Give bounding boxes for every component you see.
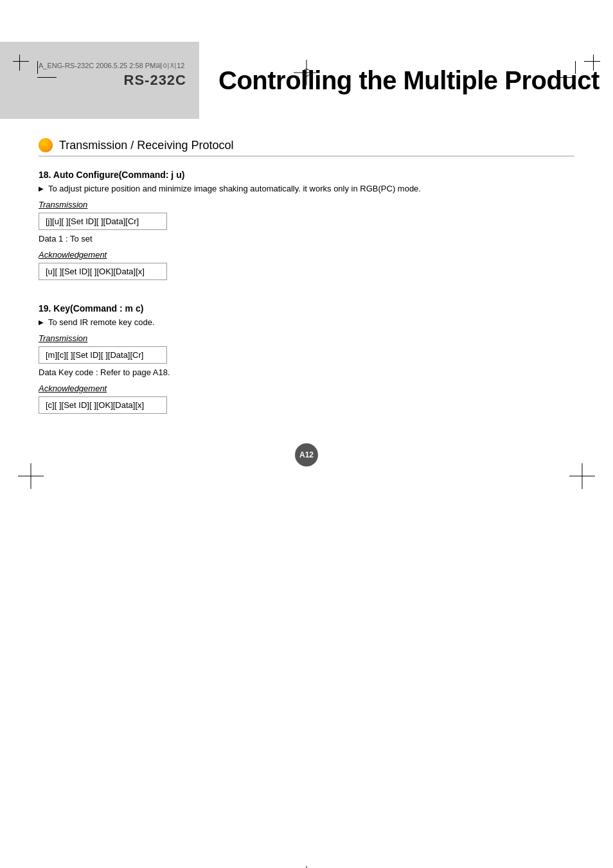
transmission-label-18: Transmission [39,200,574,209]
corner-line-tl [37,77,57,78]
content-area: Transmission / Receiving Protocol 18. Au… [0,119,613,505]
data-note-18: Data 1 : To set [39,234,574,244]
command-19-title: 19. Key(Command : m c) [39,303,574,314]
crop-mark-tl-v [19,55,20,71]
data-note-19: Data Key code : Refer to page A18. [39,368,574,377]
transmission-code-19: [m][c][ ][Set ID][ ][Data][Cr] [39,346,167,364]
reg-cross-left [18,463,44,489]
section-icon [39,138,53,152]
page-number-area: A12 [39,443,574,466]
section-header: Transmission / Receiving Protocol [39,138,574,157]
reg-cross-top [294,60,319,85]
acknowledgement-label-18: Acknowledgement [39,250,574,260]
transmission-label-19: Transmission [39,333,574,343]
header-gray-panel: RS-232C [0,42,199,119]
command-19-desc: To send IR remote key code. [39,317,574,327]
file-info: A_ENG-RS-232C 2006.5.25 2:58 PM페이지12 [39,61,184,71]
acknowledgement-code-19: [c][ ][Set ID][ ][OK][Data][x] [39,396,167,414]
crop-mark-tr-v [593,55,594,71]
reg-cross-right [569,463,595,489]
acknowledgement-code-18: [u][ ][Set ID][ ][OK][Data][x] [39,263,167,280]
transmission-code-18: [j][u][ ][Set ID][ ][Data][Cr] [39,213,167,230]
corner-line-tl-v [37,61,38,74]
command-section-18: 18. Auto Configure(Command: j u) To adju… [39,170,574,284]
page-wrapper: A_ENG-RS-232C 2006.5.25 2:58 PM페이지12 RS-… [0,42,613,868]
corner-line-tr [556,77,576,78]
crop-mark-tr-h [584,61,600,62]
crop-mark-tl-h [13,61,29,62]
command-18-title: 18. Auto Configure(Command: j u) [39,170,574,180]
command-18-desc: To adjust picture position and minimize … [39,184,574,193]
acknowledgement-label-19: Acknowledgement [39,384,574,393]
page-number: A12 [295,443,318,466]
rs232c-label: RS-232C [124,72,186,89]
section-title: Transmission / Receiving Protocol [59,139,233,152]
header-title-panel: Controlling the Multiple Product [199,42,613,119]
page-title: Controlling the Multiple Product [218,66,600,95]
command-section-19: 19. Key(Command : m c) To send IR remote… [39,303,574,418]
corner-line-tr-v [575,61,576,74]
